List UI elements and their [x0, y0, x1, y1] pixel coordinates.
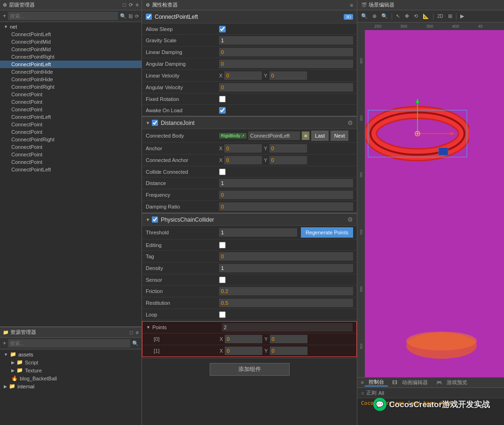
asset-search-icon[interactable]: 🔍 [132, 340, 139, 347]
asset-item-blog[interactable]: 🔥 blog_BacketBall [0, 374, 142, 382]
tree-item[interactable]: ConnectPointHide [0, 68, 142, 76]
svg-marker-7 [450, 131, 455, 135]
select-tool-btn[interactable]: ↖ [394, 13, 402, 20]
props-menu-icon[interactable]: ≡ [350, 2, 353, 8]
layer-minimize-icon[interactable]: □ [123, 2, 126, 8]
zoom-in-btn[interactable]: 🔍 [379, 13, 390, 20]
anchor-x-input[interactable] [224, 144, 262, 153]
grid-btn[interactable]: ⊞ [446, 13, 454, 20]
restitution-input[interactable] [219, 299, 353, 307]
2d-mode-btn[interactable]: 2D [435, 13, 445, 19]
asset-menu-icon[interactable]: ≡ [136, 330, 139, 335]
awake-on-load-checkbox[interactable] [219, 107, 226, 114]
tag-input[interactable] [219, 252, 353, 261]
collide-connected-checkbox[interactable] [219, 169, 226, 175]
next-button[interactable]: Next [331, 131, 349, 141]
tree-item[interactable]: ConnectPoint [0, 151, 142, 158]
refresh-icon[interactable]: ⟳ [135, 14, 139, 19]
angular-velocity-input[interactable] [219, 83, 353, 92]
p1-y-input[interactable] [270, 347, 307, 355]
tree-item[interactable]: ConnectPoint [0, 91, 142, 98]
tree-item[interactable]: ConnectPointRight [0, 136, 142, 143]
tree-item[interactable]: ConnectPoint [0, 158, 142, 166]
play-btn[interactable]: ▶ [458, 13, 466, 20]
distance-input[interactable] [219, 179, 353, 187]
p0-y-input[interactable] [270, 335, 307, 343]
loop-checkbox[interactable] [219, 311, 226, 318]
damping-ratio-input[interactable] [219, 202, 353, 211]
tab-animation-editor[interactable]: 动画编辑器 [398, 379, 432, 386]
tree-item[interactable]: ConnectPointLeft [0, 166, 142, 173]
points-value-input[interactable] [222, 323, 353, 332]
ca-y-input[interactable] [269, 156, 307, 164]
lv-x-input[interactable] [224, 71, 262, 80]
tree-item[interactable]: ConnectPointHide [0, 76, 142, 83]
ca-x-input[interactable] [224, 156, 262, 164]
anchor-y-input[interactable] [269, 144, 307, 153]
layer-menu-icon[interactable]: ≡ [136, 2, 139, 8]
dj-enable-checkbox[interactable] [152, 120, 158, 126]
tree-item[interactable]: ConnectPoint [0, 128, 142, 136]
tree-item-selected[interactable]: ConnectPointLeft [0, 61, 142, 68]
angular-damping-input[interactable] [219, 60, 353, 68]
asset-item-internal[interactable]: ▶ 📁 internal [0, 382, 142, 390]
asset-item-texture[interactable]: ▶ 📁 Texture [0, 366, 142, 374]
search-icon[interactable]: 🔍 [120, 13, 126, 19]
tree-item[interactable]: ConnectPointRight [0, 53, 142, 61]
tree-item[interactable]: ConnectPointMid [0, 38, 142, 46]
lv-y-input[interactable] [269, 71, 307, 80]
asset-item-script[interactable]: ▶ 📁 Script [0, 358, 142, 366]
move-tool-btn[interactable]: ✥ [403, 13, 411, 20]
tree-item[interactable]: ConnectPointLeft [0, 31, 142, 38]
dj-toggle-icon[interactable]: ▼ [146, 121, 150, 125]
threshold-input[interactable] [219, 228, 297, 237]
tree-item[interactable]: ConnectPoint [0, 98, 142, 106]
frequency-input[interactable] [219, 191, 353, 199]
layer-search-input[interactable] [8, 12, 118, 20]
last-button[interactable]: Last [311, 131, 329, 141]
console-clear-icon[interactable]: ○ [361, 390, 364, 396]
gravity-scale-input[interactable] [219, 36, 353, 45]
connected-body-clear-btn[interactable]: ✕ [302, 131, 309, 140]
dj-gear-icon[interactable]: ⚙ [347, 119, 353, 126]
tree-item[interactable]: ConnectPoint [0, 121, 142, 128]
sensor-checkbox[interactable] [219, 277, 226, 283]
zoom-out-btn[interactable]: 🔍 [359, 13, 370, 20]
tree-item[interactable]: ConnectPointRight [0, 83, 142, 91]
p1-x-input[interactable] [225, 347, 262, 355]
tree-item[interactable]: ConnectPointLeft [0, 113, 142, 121]
fixed-rotation-checkbox[interactable] [219, 96, 226, 102]
regenerate-points-button[interactable]: Regenerate Points [301, 227, 353, 238]
pc-gear-icon[interactable]: ⚙ [347, 216, 353, 223]
allow-sleep-checkbox[interactable] [219, 26, 226, 32]
density-input[interactable] [219, 264, 353, 272]
asset-manager-header: 📁 资源管理器 □ ≡ [0, 327, 142, 338]
scale-tool-btn[interactable]: 📐 [421, 13, 431, 20]
asset-search-input[interactable] [8, 339, 130, 348]
tree-item-net[interactable]: ▼ net [0, 23, 142, 31]
tree-item[interactable]: ConnectPoint [0, 143, 142, 151]
connected-body-input[interactable] [248, 131, 300, 140]
pc-toggle-icon[interactable]: ▼ [146, 217, 150, 222]
pc-enable-checkbox[interactable] [152, 216, 158, 223]
tree-item[interactable]: ConnectPointMid [0, 46, 142, 53]
tab-game-preview[interactable]: 游戏预览 [443, 379, 471, 386]
layer-refresh-icon[interactable]: ⟳ [129, 2, 133, 8]
zoom-reset-btn[interactable]: ⊕ [370, 13, 378, 20]
layer-add-icon[interactable]: + [3, 13, 6, 19]
friction-input[interactable] [219, 287, 353, 295]
tree-item[interactable]: ConnectPoint [0, 106, 142, 113]
component-checkbox[interactable] [146, 14, 152, 20]
asset-item-assets[interactable]: ▼ 📁 assets [0, 350, 142, 358]
editing-checkbox[interactable] [219, 242, 226, 248]
ring-object[interactable] [366, 96, 469, 172]
rotate-tool-btn[interactable]: ⟲ [412, 13, 420, 20]
add-component-button[interactable]: 添加组件 [210, 363, 290, 376]
p0-x-input[interactable] [225, 335, 262, 343]
scene-view[interactable]: 250 300 350 400 45 850 800 750 700 650 6… [357, 23, 504, 377]
asset-add-icon[interactable]: + [3, 340, 6, 347]
tab-console[interactable]: 控制台 [365, 379, 388, 386]
scene-link-icon[interactable]: ⛓ [128, 14, 133, 19]
asset-minimize-icon[interactable]: □ [130, 330, 133, 335]
linear-damping-input[interactable] [219, 48, 353, 56]
